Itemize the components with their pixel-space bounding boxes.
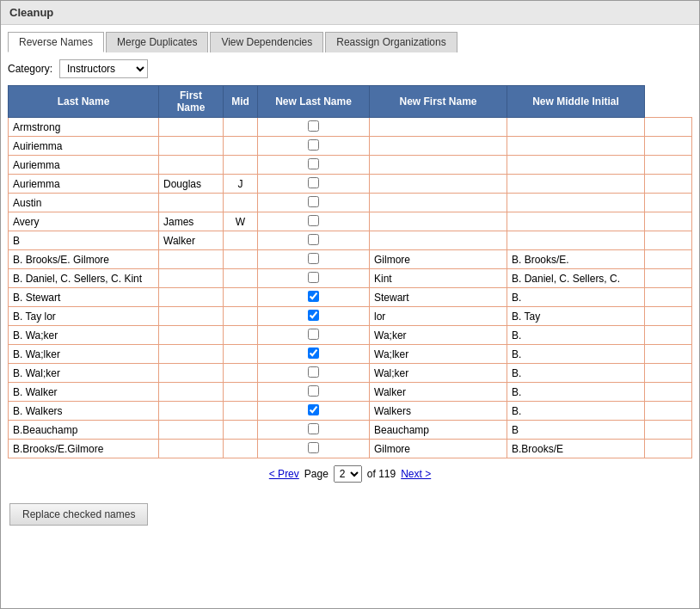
cell-checkbox[interactable]: [258, 269, 370, 288]
row-checkbox[interactable]: [308, 423, 319, 434]
cell-new-last: lor: [370, 307, 507, 326]
row-checkbox[interactable]: [308, 310, 319, 321]
table-row: B. Daniel, C. Sellers, C. KintKintB. Dan…: [9, 269, 692, 288]
cell-new-mid: [645, 326, 692, 345]
cell-checkbox[interactable]: [258, 440, 370, 458]
cell-new-last: [370, 212, 507, 231]
row-checkbox[interactable]: [308, 442, 319, 453]
category-label: Category:: [8, 63, 52, 75]
cell-new-last: Beauchamp: [370, 421, 507, 440]
cell-last-name: Auriemma: [9, 156, 159, 175]
cell-mid: [224, 269, 258, 288]
cell-checkbox[interactable]: [258, 231, 370, 250]
cell-new-last: [370, 137, 507, 156]
col-header-last-name: Last Name: [9, 86, 159, 118]
cell-last-name: B. Daniel, C. Sellers, C. Kint: [9, 269, 159, 288]
cell-new-mid: [645, 440, 692, 458]
row-checkbox[interactable]: [308, 366, 319, 378]
cell-new-mid: [645, 364, 692, 383]
prev-link[interactable]: < Prev: [269, 468, 299, 480]
col-header-new-mid: New Middle Initial: [507, 86, 645, 118]
row-checkbox[interactable]: [308, 120, 319, 132]
cell-mid: J: [224, 175, 258, 194]
cell-first-name: Walker: [159, 231, 224, 250]
cell-new-mid: [645, 345, 692, 364]
cell-first-name: [159, 118, 224, 137]
cell-mid: [224, 345, 258, 364]
table-row: B.BeauchampBeauchampB: [9, 421, 692, 440]
tab-view-dependencies[interactable]: View Dependencies: [210, 32, 323, 52]
cell-first-name: [159, 269, 224, 288]
row-checkbox[interactable]: [308, 196, 319, 207]
cell-new-first: B.: [507, 345, 645, 364]
row-checkbox[interactable]: [308, 272, 319, 283]
cell-checkbox[interactable]: [258, 156, 370, 175]
window-title: Cleanup: [9, 6, 53, 19]
cell-first-name: [159, 288, 224, 307]
cell-checkbox[interactable]: [258, 364, 370, 383]
table-row: B. Wa;kerWa;kerB.: [9, 326, 692, 345]
cell-checkbox[interactable]: [258, 383, 370, 402]
page-select[interactable]: 2: [334, 465, 362, 483]
cell-checkbox[interactable]: [258, 402, 370, 421]
row-checkbox[interactable]: [308, 385, 319, 397]
cell-new-last: Wal;ker: [370, 364, 507, 383]
cell-mid: [224, 421, 258, 440]
cell-new-mid: [645, 118, 692, 137]
table-row: AuriemmaDouglasJ: [9, 175, 692, 194]
cell-last-name: B. Walker: [9, 383, 159, 402]
cell-new-first: [507, 175, 645, 194]
cell-new-first: [507, 156, 645, 175]
row-checkbox[interactable]: [308, 177, 319, 188]
tab-reassign-organizations[interactable]: Reassign Organizations: [325, 32, 457, 52]
cell-new-last: Wa;ker: [370, 326, 507, 345]
cell-new-first: [507, 118, 645, 137]
replace-checked-button[interactable]: Replace checked names: [9, 503, 148, 526]
cell-checkbox[interactable]: [258, 175, 370, 194]
title-bar: Cleanup: [1, 1, 699, 25]
row-checkbox[interactable]: [308, 404, 319, 415]
cell-checkbox[interactable]: [258, 326, 370, 345]
cell-new-last: [370, 175, 507, 194]
table-row: Austin: [9, 194, 692, 212]
next-link[interactable]: Next >: [401, 468, 431, 480]
row-checkbox[interactable]: [308, 291, 319, 302]
cell-checkbox[interactable]: [258, 212, 370, 231]
cell-checkbox[interactable]: [258, 421, 370, 440]
cell-last-name: B.Brooks/E.Gilmore: [9, 440, 159, 458]
cell-checkbox[interactable]: [258, 345, 370, 364]
row-checkbox[interactable]: [308, 348, 319, 359]
cell-first-name: [159, 326, 224, 345]
cell-mid: [224, 364, 258, 383]
row-checkbox[interactable]: [308, 139, 319, 151]
cell-checkbox[interactable]: [258, 250, 370, 269]
cell-new-last: [370, 194, 507, 212]
cell-first-name: [159, 156, 224, 175]
tab-merge-duplicates[interactable]: Merge Duplicates: [106, 32, 208, 52]
cell-checkbox[interactable]: [258, 288, 370, 307]
cell-mid: [224, 326, 258, 345]
cell-new-mid: [645, 269, 692, 288]
cell-new-mid: [645, 250, 692, 269]
cell-checkbox[interactable]: [258, 137, 370, 156]
cell-new-first: B.: [507, 364, 645, 383]
row-checkbox[interactable]: [308, 234, 319, 245]
cell-checkbox[interactable]: [258, 118, 370, 137]
tab-reverse-names[interactable]: Reverse Names: [8, 32, 104, 52]
cell-new-first: B. Daniel, C. Sellers, C.: [507, 269, 645, 288]
row-checkbox[interactable]: [308, 253, 319, 264]
table-row: BWalker: [9, 231, 692, 250]
cell-first-name: [159, 194, 224, 212]
row-checkbox[interactable]: [308, 329, 319, 340]
cell-checkbox[interactable]: [258, 194, 370, 212]
cell-new-mid: [645, 175, 692, 194]
cell-last-name: Austin: [9, 194, 159, 212]
category-select[interactable]: Instructors Students Staff: [59, 59, 148, 78]
cell-mid: [224, 156, 258, 175]
col-header-first-name: First Name: [159, 86, 224, 118]
cell-last-name: B. Wal;ker: [9, 364, 159, 383]
row-checkbox[interactable]: [308, 158, 319, 169]
row-checkbox[interactable]: [308, 215, 319, 226]
main-window: Cleanup Reverse Names Merge Duplicates V…: [0, 0, 700, 609]
cell-checkbox[interactable]: [258, 307, 370, 326]
